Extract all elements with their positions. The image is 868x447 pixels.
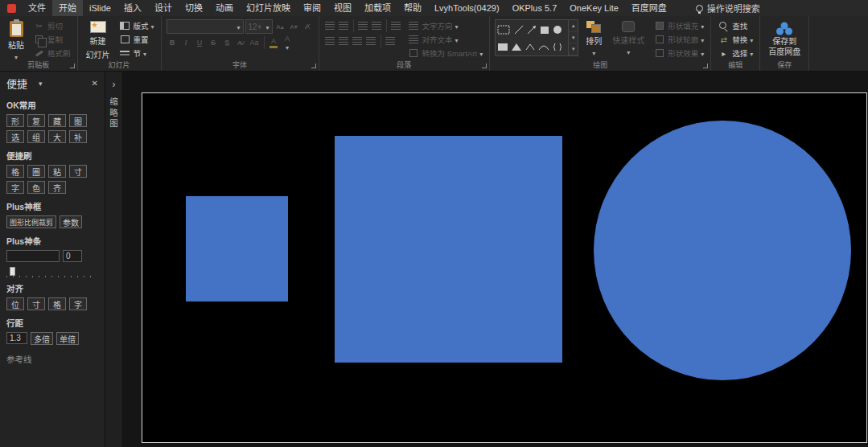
drawing-dialog-launcher-icon[interactable] bbox=[703, 64, 708, 68]
justify-button[interactable] bbox=[365, 35, 377, 47]
menu-okplus[interactable]: OKPlus 5.7 bbox=[506, 0, 564, 16]
menu-insert[interactable]: 插入 bbox=[117, 0, 148, 16]
shape-gallery-scrollbar[interactable]: ▲ ▼ ▼ bbox=[568, 20, 578, 55]
reset-button[interactable]: 重置 bbox=[117, 33, 156, 46]
grow-font-button[interactable] bbox=[274, 21, 286, 33]
multiple-spacing-button[interactable]: 多倍 bbox=[31, 332, 53, 345]
underline-button[interactable] bbox=[194, 37, 206, 49]
font-color-button[interactable]: A bbox=[282, 37, 294, 49]
circle-shape[interactable] bbox=[594, 121, 851, 380]
new-slide-button[interactable]: 新建 幻灯片 bbox=[83, 19, 113, 62]
numbering-button[interactable] bbox=[338, 20, 350, 32]
clipboard-dialog-launcher-icon[interactable] bbox=[70, 64, 75, 68]
align-right-button[interactable] bbox=[352, 35, 364, 47]
menu-view[interactable]: 视图 bbox=[327, 0, 358, 16]
menu-baidupan[interactable]: 百度网盘 bbox=[625, 0, 673, 16]
columns-button[interactable] bbox=[385, 35, 397, 47]
save-to-baidu-button[interactable]: 保存到 百度网盘 bbox=[765, 19, 804, 58]
gallery-scroll-up-icon[interactable]: ▲ bbox=[569, 20, 578, 32]
arrange-button[interactable]: 排列 bbox=[582, 19, 605, 59]
ok-size-button[interactable]: 大 bbox=[48, 130, 66, 143]
clear-formatting-button[interactable] bbox=[302, 21, 314, 33]
slide[interactable] bbox=[142, 92, 867, 443]
menu-islide[interactable]: iSlide bbox=[83, 0, 117, 16]
menu-onekeylite[interactable]: OneKey Lite bbox=[563, 0, 625, 16]
decrease-indent-button[interactable] bbox=[357, 20, 369, 32]
align-grid-button[interactable]: 格 bbox=[48, 297, 66, 310]
gallery-more-icon[interactable]: ▼ bbox=[569, 43, 578, 55]
slide-canvas[interactable] bbox=[123, 72, 868, 447]
ok-hide-button[interactable]: 藏 bbox=[48, 114, 66, 127]
menu-addins[interactable]: 加载项 bbox=[358, 0, 397, 16]
shape-effects-button[interactable]: 形状效果 bbox=[652, 47, 706, 59]
shape-outline-button[interactable]: 形状轮廓 bbox=[652, 33, 706, 46]
plus-bar-slider[interactable] bbox=[6, 267, 97, 277]
thumbnail-tab[interactable]: 缩略图 bbox=[108, 97, 120, 130]
character-spacing-button[interactable] bbox=[235, 37, 247, 49]
brush-size-button[interactable]: 寸 bbox=[69, 165, 87, 178]
menu-lvyhtools[interactable]: LvyhTools(0429) bbox=[428, 0, 506, 16]
line-spacing-input[interactable] bbox=[6, 332, 27, 344]
ok-image-button[interactable]: 图 bbox=[69, 114, 87, 127]
font-size-combo[interactable]: 12+ bbox=[245, 19, 273, 34]
find-button[interactable]: 查找 bbox=[716, 19, 755, 32]
small-square-shape[interactable] bbox=[186, 196, 288, 301]
app-icon[interactable] bbox=[7, 4, 16, 13]
brush-circle-button[interactable]: 圈 bbox=[27, 165, 45, 178]
shape-gallery[interactable]: ▲ ▼ ▼ bbox=[495, 19, 578, 56]
bold-button[interactable] bbox=[167, 37, 179, 49]
plus-bar-spin-input[interactable] bbox=[63, 250, 82, 262]
ok-shape-button[interactable]: 形 bbox=[6, 114, 24, 127]
line-spacing-button[interactable] bbox=[390, 20, 402, 32]
align-position-button[interactable]: 位 bbox=[6, 297, 24, 310]
menu-file[interactable]: 文件 bbox=[22, 0, 52, 16]
paragraph-dialog-launcher-icon[interactable] bbox=[482, 64, 487, 68]
paste-button[interactable]: 粘贴 bbox=[5, 19, 27, 63]
crop-ratio-button[interactable]: 图形比例裁剪 bbox=[6, 215, 56, 228]
text-direction-button[interactable]: 文字方向 bbox=[406, 19, 485, 32]
layout-button[interactable]: 版式 bbox=[117, 19, 156, 32]
brush-format-button[interactable]: 格 bbox=[6, 165, 24, 178]
slider-handle[interactable] bbox=[10, 267, 15, 276]
highlight-color-button[interactable]: A bbox=[268, 37, 280, 49]
tell-me-search[interactable]: 操作说明搜索 bbox=[696, 2, 760, 14]
replace-button[interactable]: 替换 bbox=[716, 33, 755, 46]
menu-slideshow[interactable]: 幻灯片放映 bbox=[240, 0, 297, 16]
select-button[interactable]: 选择 bbox=[716, 47, 755, 59]
brush-align-button[interactable]: 齐 bbox=[48, 181, 66, 194]
change-case-button[interactable] bbox=[249, 37, 261, 49]
align-size-button[interactable]: 寸 bbox=[27, 297, 45, 310]
quick-styles-button[interactable]: 快速样式 bbox=[609, 19, 648, 58]
shape-fill-button[interactable]: 形状填充 bbox=[652, 19, 706, 32]
ok-group-button[interactable]: 组 bbox=[27, 130, 45, 143]
font-dialog-launcher-icon[interactable] bbox=[311, 64, 316, 68]
menu-home[interactable]: 开始 bbox=[52, 0, 83, 16]
ok-complement-button[interactable]: 补 bbox=[69, 130, 87, 143]
large-square-shape[interactable] bbox=[335, 136, 562, 363]
gallery-scroll-down-icon[interactable]: ▼ bbox=[569, 32, 578, 44]
menu-design[interactable]: 设计 bbox=[148, 0, 179, 16]
strikethrough-button[interactable] bbox=[208, 37, 220, 49]
brush-font-button[interactable]: 字 bbox=[6, 181, 24, 194]
brush-paste-button[interactable]: 粘 bbox=[48, 165, 66, 178]
plus-bar-input[interactable] bbox=[6, 250, 60, 262]
shrink-font-button[interactable] bbox=[288, 21, 300, 33]
cut-button[interactable]: 剪切 bbox=[31, 19, 72, 32]
param-button[interactable]: 参数 bbox=[60, 215, 82, 228]
single-spacing-button[interactable]: 单倍 bbox=[56, 332, 79, 345]
menu-help[interactable]: 帮助 bbox=[397, 0, 428, 16]
menu-animations[interactable]: 动画 bbox=[209, 0, 240, 16]
panel-close-icon[interactable] bbox=[92, 79, 98, 88]
align-font-button[interactable]: 字 bbox=[69, 297, 87, 310]
italic-button[interactable] bbox=[180, 37, 192, 49]
align-text-button[interactable]: 对齐文本 bbox=[406, 33, 485, 46]
brush-color-button[interactable]: 色 bbox=[27, 181, 45, 194]
ok-copy-button[interactable]: 复 bbox=[27, 114, 45, 127]
increase-indent-button[interactable] bbox=[371, 20, 383, 32]
text-shadow-button[interactable] bbox=[221, 37, 233, 49]
panel-dropdown-icon[interactable] bbox=[39, 79, 43, 88]
align-center-button[interactable] bbox=[338, 35, 350, 47]
align-left-button[interactable] bbox=[324, 35, 336, 47]
section-button[interactable]: 节 bbox=[117, 47, 156, 59]
copy-button[interactable]: 复制 bbox=[31, 33, 72, 46]
